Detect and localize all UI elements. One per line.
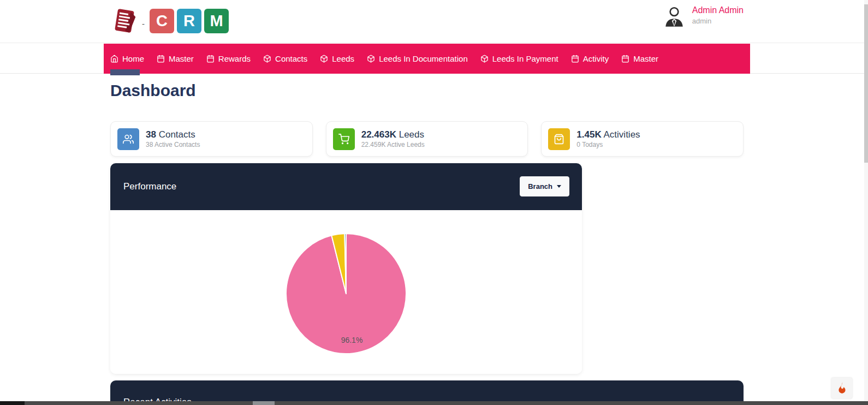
users-icon	[117, 128, 139, 150]
calendar-icon	[206, 55, 215, 63]
flame-icon	[836, 382, 848, 395]
nav-label: Home	[122, 54, 144, 63]
stats-row: 38 Contacts 38 Active Contacts 22.463K L…	[110, 121, 744, 157]
nav-item-leeds[interactable]: Leeds	[320, 54, 354, 63]
nav-item-home[interactable]: Home	[110, 54, 144, 63]
logo-letter-r: R	[177, 9, 201, 33]
stat-card-leeds: 22.463K Leeds 22.459K Active Leeds	[326, 121, 528, 157]
calendar-icon	[621, 55, 629, 63]
page-title: Dashboard	[110, 81, 196, 100]
user-menu[interactable]: Admin Admin admin	[663, 4, 744, 28]
stat-label: Leeds	[399, 129, 424, 140]
logo-letter-m: M	[204, 9, 229, 33]
stat-value: 1.45K	[576, 129, 601, 140]
crm-dashboard-page: - C R M Admin Admin admin Home	[0, 0, 868, 405]
cart-icon	[333, 128, 355, 150]
bag-icon	[548, 128, 570, 150]
nav-item-master-2[interactable]: Master	[621, 54, 658, 63]
box-icon	[480, 55, 489, 63]
app-logo[interactable]: - C R M	[110, 7, 229, 35]
performance-panel-header: Performance Branch	[110, 163, 582, 210]
nav-label: Master	[169, 54, 194, 63]
user-avatar-icon	[663, 5, 686, 28]
nav-label: Leeds	[332, 54, 354, 63]
nav-item-rewards[interactable]: Rewards	[206, 54, 251, 63]
stat-card-activities: 1.45K Activities 0 Todays	[541, 121, 744, 157]
performance-chart-area: 96.1%	[110, 210, 582, 374]
stat-value: 22.463K	[361, 129, 396, 140]
vertical-scrollbar-thumb[interactable]	[864, 4, 868, 163]
stat-card-contacts: 38 Contacts 38 Active Contacts	[110, 121, 313, 157]
branch-button-label: Branch	[528, 182, 552, 190]
stat-label: Activities	[604, 129, 640, 140]
nav-label: Master	[633, 54, 658, 63]
calendar-icon	[571, 55, 579, 63]
nav-label: Leeds In Documentation	[379, 54, 468, 63]
main-nav: Home Master Rewards Contacts Leeds Leeds	[104, 44, 750, 74]
stat-subtext: 22.459K Active Leeds	[361, 140, 425, 150]
performance-title: Performance	[123, 181, 176, 192]
chevron-down-icon	[557, 185, 561, 188]
horizontal-scrollbar-thumb[interactable]	[253, 401, 275, 405]
stat-subtext: 38 Active Contacts	[146, 140, 200, 150]
nav-active-indicator	[110, 69, 140, 75]
nav-item-leeds-in-documentation[interactable]: Leeds In Documentation	[367, 54, 468, 63]
nav-label: Leeds In Payment	[492, 54, 558, 63]
branch-filter-button[interactable]: Branch	[520, 176, 569, 196]
nav-item-leeds-in-payment[interactable]: Leeds In Payment	[480, 54, 558, 63]
stat-subtext: 0 Todays	[576, 140, 640, 150]
horizontal-scrollbar-corner	[0, 401, 25, 405]
nav-label: Contacts	[275, 54, 307, 63]
calendar-icon	[157, 55, 165, 63]
logo-separator: -	[142, 19, 145, 28]
nav-item-contacts[interactable]: Contacts	[263, 54, 307, 63]
logo-flag-icon	[110, 7, 139, 35]
nav-label: Rewards	[218, 54, 251, 63]
stat-label: Contacts	[159, 129, 195, 140]
pie-chart: 96.1%	[284, 231, 408, 356]
home-icon	[110, 55, 118, 63]
nav-label: Activity	[583, 54, 609, 63]
nav-item-activity[interactable]: Activity	[571, 54, 609, 63]
stat-value: 38	[146, 129, 156, 140]
logo-letter-c: C	[150, 9, 174, 33]
box-icon	[263, 55, 271, 63]
horizontal-scrollbar-track	[0, 401, 868, 405]
debug-toolbar-button[interactable]	[831, 378, 852, 398]
box-icon	[320, 55, 328, 63]
box-icon	[367, 55, 375, 63]
pie-data-label: 96.1%	[341, 336, 363, 344]
nav-row: Home Master Rewards Contacts Leeds Leeds	[0, 44, 868, 74]
nav-item-master[interactable]: Master	[157, 54, 194, 63]
vertical-scrollbar-track	[864, 0, 868, 405]
user-role: admin	[692, 16, 744, 26]
user-name: Admin Admin	[692, 4, 744, 16]
top-header: - C R M Admin Admin admin	[0, 0, 868, 43]
performance-panel: Performance Branch 96.1%	[110, 163, 582, 374]
